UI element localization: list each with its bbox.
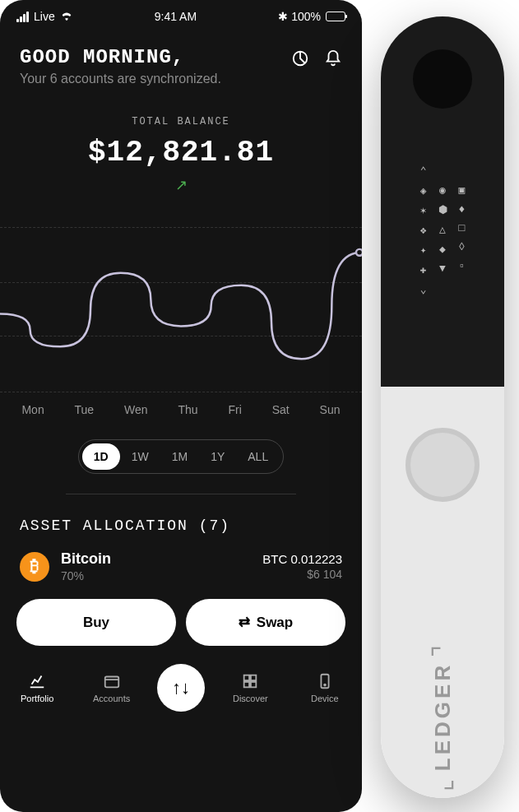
swap-icon: ⇄ — [239, 614, 250, 631]
time-range-selector: 1D1W1M1YALL — [78, 439, 284, 474]
svg-rect-3 — [244, 675, 249, 680]
time-range-1y[interactable]: 1Y — [199, 443, 236, 470]
svg-point-1 — [356, 249, 362, 256]
bitcoin-icon: ₿ — [20, 552, 49, 582]
tab-bar: Portfolio Accounts ↑↓ Discover Device — [0, 657, 362, 722]
asset-fiat-amount: $6 104 — [262, 568, 342, 581]
status-bar: Live 9:41 AM ✱ 100% — [0, 0, 362, 30]
day-label: Thu — [178, 403, 197, 416]
bluetooth-icon: ✱ — [278, 10, 288, 23]
battery-pct: 100% — [291, 10, 321, 23]
balance-chart[interactable] — [0, 227, 362, 392]
chart-line-icon — [28, 672, 46, 690]
time-range-1d[interactable]: 1D — [82, 443, 120, 470]
svg-point-8 — [324, 684, 326, 686]
pie-chart-icon[interactable] — [291, 49, 309, 67]
tab-transfer[interactable]: ↑↓ — [157, 664, 205, 712]
asset-row-bitcoin[interactable]: ₿ Bitcoin 70% BTC 0.012223 $6 104 — [20, 534, 342, 599]
device-bottom-section: ⌞ LEDGER ⌝ — [381, 387, 504, 798]
svg-rect-4 — [251, 675, 256, 680]
grid-icon — [241, 672, 259, 690]
balance-section: TOTAL BALANCE $12,821.81 ↗ — [0, 100, 362, 202]
greeting-title: GOOD MORNING, — [20, 46, 221, 68]
day-label: Sun — [320, 403, 341, 416]
carrier-label: Live — [34, 10, 55, 23]
asset-name: Bitcoin — [61, 550, 262, 568]
time-range-1m[interactable]: 1M — [160, 443, 199, 470]
phone-frame: Live 9:41 AM ✱ 100% GOOD MORNING, Your 6… — [0, 0, 362, 812]
bell-icon[interactable] — [324, 49, 342, 67]
page-header: GOOD MORNING, Your 6 accounts are synchr… — [0, 30, 362, 100]
battery-icon — [326, 12, 345, 21]
device-icon-col-1: ⌃◈✶❖✦✚⌄ — [420, 165, 427, 362]
device-brand: ⌞ LEDGER ⌝ — [427, 642, 458, 791]
signal-icon — [16, 12, 29, 22]
svg-rect-6 — [251, 682, 256, 687]
transfer-icon: ↑↓ — [172, 677, 190, 698]
balance-value: $12,821.81 — [0, 136, 362, 169]
day-label: Sat — [272, 403, 290, 416]
hardware-wallet: ⌃◈✶❖✦✚⌄ ◉⬢△◆▼ ▣♦□◊▫ ⌞ LEDGER ⌝ — [381, 16, 504, 798]
device-top-section: ⌃◈✶❖✦✚⌄ ◉⬢△◆▼ ▣♦□◊▫ — [381, 16, 504, 387]
asset-allocation: ASSET ALLOCATION (7) ₿ Bitcoin 70% BTC 0… — [0, 494, 362, 599]
time-range-all[interactable]: ALL — [236, 443, 280, 470]
asset-crypto-amount: BTC 0.012223 — [262, 552, 342, 566]
asset-pct: 70% — [61, 569, 262, 582]
tab-portfolio[interactable]: Portfolio — [8, 672, 66, 703]
device-icon-col-3: ▣♦□◊▫ — [459, 165, 466, 362]
device-icon-col-2: ◉⬢△◆▼ — [438, 165, 447, 362]
tab-discover[interactable]: Discover — [221, 672, 279, 703]
day-label: Wen — [124, 403, 148, 416]
wallet-icon — [103, 672, 121, 690]
device-bottom-button[interactable] — [405, 428, 480, 502]
wifi-icon — [60, 12, 73, 21]
trend-up-icon: ↗ — [0, 176, 362, 194]
swap-button[interactable]: ⇄ Swap — [186, 599, 345, 646]
tab-device[interactable]: Device — [296, 672, 354, 703]
allocation-title: ASSET ALLOCATION (7) — [20, 517, 342, 534]
svg-rect-5 — [244, 682, 249, 687]
device-icon — [316, 672, 334, 690]
device-top-button[interactable] — [413, 49, 472, 109]
day-label: Tue — [75, 403, 95, 416]
balance-label: TOTAL BALANCE — [0, 116, 362, 128]
day-label: Mon — [21, 403, 44, 416]
action-buttons: Buy ⇄ Swap — [0, 599, 362, 657]
device-screen: ⌃◈✶❖✦✚⌄ ◉⬢△◆▼ ▣♦□◊▫ — [397, 165, 488, 362]
chart-day-labels: MonTueWenThuFriSatSun — [0, 392, 362, 428]
time-range-1w[interactable]: 1W — [120, 443, 160, 470]
tab-accounts[interactable]: Accounts — [83, 672, 141, 703]
buy-button[interactable]: Buy — [16, 599, 176, 646]
day-label: Fri — [228, 403, 241, 416]
status-time: 9:41 AM — [155, 10, 197, 23]
svg-rect-2 — [104, 677, 118, 688]
chart-line — [0, 228, 362, 392]
greeting-subtitle: Your 6 accounts are synchronized. — [20, 72, 221, 86]
